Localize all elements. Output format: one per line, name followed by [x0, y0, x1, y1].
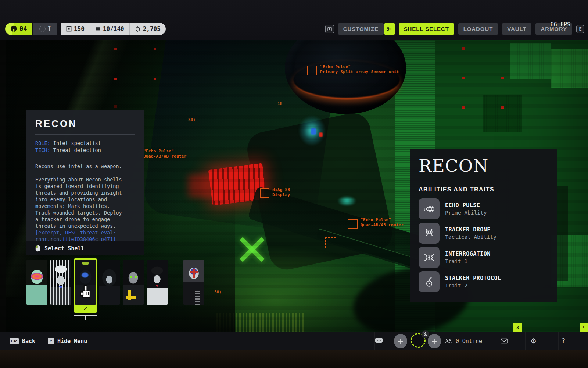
- hand-cursor-icon: [79, 285, 92, 302]
- resource-value: 10/140: [103, 26, 124, 32]
- help-icon[interactable]: ?: [562, 338, 565, 344]
- calibration-marker: [154, 48, 156, 50]
- shell-name-title: RECON: [35, 119, 135, 128]
- shell-thumbnail[interactable]: [99, 260, 120, 305]
- fps-counter: 66 FPS: [551, 22, 570, 28]
- settings-gear-icon[interactable]: ⚙: [530, 337, 537, 344]
- annotation-text-router-right: "Echo Pulse" Quad-AB/AB router: [361, 217, 404, 228]
- selected-check-icon: ✓: [74, 306, 97, 312]
- shell-thumbnail[interactable]: [50, 260, 71, 305]
- stalker-protocol-icon: [419, 271, 440, 292]
- calibration-marker: [114, 78, 117, 80]
- scene-left-strip: [0, 40, 6, 332]
- select-shell-button[interactable]: Select Shell: [26, 241, 144, 255]
- shell-tagline: Recons use intel as a weapon.: [35, 163, 126, 170]
- ability-text: STALKER PROTOCOL Trait 2: [445, 275, 501, 290]
- shell-thumbnail[interactable]: [26, 260, 47, 305]
- abilities-panel: RECON ABILITIES AND TRAITS ECHO PULSE Pr…: [410, 149, 557, 302]
- resource-credits: 2,705: [129, 23, 166, 35]
- ability-row[interactable]: STALKER PROTOCOL Trait 2: [419, 271, 549, 292]
- tab-customize[interactable]: CUSTOMIZE: [338, 23, 384, 35]
- ability-name: STALKER PROTOCOL: [445, 275, 501, 283]
- footer-right: + +: [368, 332, 588, 350]
- edit-key-hint: E: [576, 25, 584, 33]
- ability-name: INTERROGATION: [445, 250, 491, 258]
- tech-value: Threat detection: [53, 147, 101, 153]
- shell-description: Everything about Recon shells is geared …: [35, 176, 126, 229]
- ability-row[interactable]: ECHO PULSE Prime Ability: [419, 198, 549, 219]
- calibration-marker: [501, 106, 504, 109]
- customize-grid-icon[interactable]: [325, 25, 334, 33]
- interrogation-icon: [419, 247, 440, 268]
- tab-loadout[interactable]: LOADOUT: [458, 23, 498, 35]
- volume-down-button[interactable]: +: [394, 334, 407, 348]
- ability-text: INTERROGATION Trait 1: [445, 250, 491, 265]
- ability-type: Tactical Ability: [445, 234, 496, 241]
- mic-muted-icon: [422, 330, 429, 338]
- selected-tick: [85, 315, 86, 320]
- c-keycap: C: [48, 338, 54, 344]
- back-button[interactable]: Esc Back: [10, 338, 35, 344]
- shell-thumbnail-selected[interactable]: ✓: [74, 258, 97, 313]
- annotation-label: S0): [214, 290, 222, 294]
- mail-count-badge: 3: [513, 323, 522, 332]
- annotation-box-display: [260, 188, 269, 198]
- scene-blue-detail: [311, 128, 316, 135]
- resource-ammo: 10/140: [90, 23, 129, 35]
- role-label: ROLE:: [35, 140, 50, 146]
- select-shell-label: Select Shell: [44, 246, 84, 251]
- ability-type: Prime Ability: [445, 209, 487, 216]
- main-nav: CUSTOMIZE 9+ SHELL SELECT LOADOUT VAULT …: [325, 23, 584, 35]
- tech-row: TECH: Threat detection: [35, 147, 135, 154]
- ability-row[interactable]: TRACKER DRONE Tactical Ability: [419, 223, 549, 244]
- annotation-line: Quad-AB/AB router: [143, 154, 187, 159]
- annotation-line: Quad-AB/AB router: [361, 223, 404, 228]
- calibration-marker: [462, 47, 465, 50]
- annotation-label: S0): [188, 118, 196, 122]
- voice-avatar[interactable]: [411, 333, 426, 348]
- footer-left: Esc Back C Hide Menu: [10, 332, 87, 350]
- annotation-line: Primary Split-array Sensor unit: [320, 70, 399, 75]
- rank-value: I: [48, 26, 50, 32]
- annotation-line: "Echo Pulse": [143, 149, 187, 154]
- calibration-marker: [114, 48, 117, 50]
- shell-thumbnail[interactable]: [147, 260, 168, 305]
- ability-text: ECHO PULSE Prime Ability: [445, 202, 487, 217]
- volume-up-button[interactable]: +: [428, 334, 441, 348]
- shell-thumbnail[interactable]: [123, 260, 144, 305]
- part-icon: [66, 26, 72, 32]
- annotation-box-router-right: [348, 219, 358, 229]
- annotation-box-sensor: [307, 66, 317, 75]
- chat-icon[interactable]: [375, 337, 383, 344]
- ability-row[interactable]: INTERROGATION Trait 1: [419, 247, 549, 268]
- panel-shadow: [557, 186, 568, 281]
- hide-menu-button[interactable]: C Hide Menu: [48, 338, 87, 344]
- tech-label: TECH:: [35, 147, 50, 153]
- ability-type: Trait 2: [445, 282, 501, 289]
- resource-value: 2,705: [143, 26, 161, 32]
- calibration-marker: [462, 77, 465, 79]
- level-value: 04: [19, 26, 27, 32]
- ability-text: TRACKER DRONE Tactical Ability: [445, 226, 496, 241]
- calibration-marker: [154, 78, 156, 80]
- rank-circle-icon: [39, 26, 46, 32]
- annotation-line: "Echo Pulse": [361, 217, 404, 223]
- back-label: Back: [22, 339, 35, 344]
- footer-divider: [558, 332, 559, 350]
- tracker-drone-icon: [419, 223, 440, 244]
- calibration-marker: [114, 105, 117, 108]
- tab-shell-select[interactable]: SHELL SELECT: [399, 23, 454, 35]
- resources-pill: 150 10/140 2,705: [61, 23, 166, 35]
- resource-parts: 150: [61, 23, 90, 35]
- blue-divider: [35, 158, 91, 158]
- online-status[interactable]: 0 Online: [445, 338, 482, 344]
- shell-thumbnail-special[interactable]: [183, 260, 204, 305]
- footer-divider: [525, 332, 526, 350]
- annotation-line: "Echo Pulse": [320, 64, 399, 70]
- abilities-section-title: ABILITIES AND TRAITS: [419, 187, 549, 192]
- footer-bar: Esc Back C Hide Menu +: [0, 332, 588, 350]
- mail-icon[interactable]: [501, 338, 508, 344]
- tab-vault[interactable]: VAULT: [502, 23, 531, 35]
- ability-list: ECHO PULSE Prime Ability: [419, 198, 549, 292]
- shell-excerpt-link: [excerpt, UESC threat eval: rnnr.rcn.fil…: [35, 229, 126, 243]
